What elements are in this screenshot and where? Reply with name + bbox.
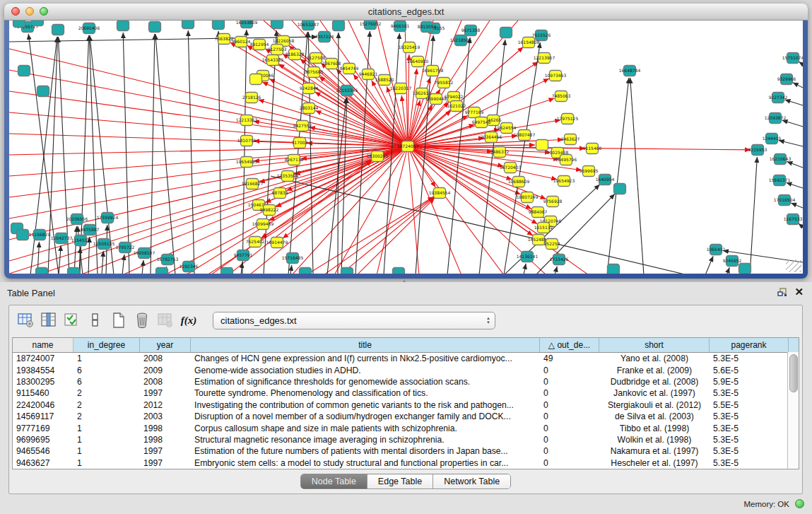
table-row[interactable]: 946362711997Embryonic stem cells: a mode… (13, 457, 799, 469)
float-panel-icon[interactable] (777, 288, 788, 297)
table-row[interactable]: 946554611997Estimation of the future num… (13, 445, 799, 457)
select-visible-columns-icon[interactable] (63, 311, 81, 329)
graph-node[interactable] (333, 21, 345, 31)
graph-node-label: 7485063 (552, 93, 571, 98)
graph-node[interactable] (52, 25, 64, 35)
graph-node-label: 9457791 (234, 252, 253, 257)
graph-node[interactable] (614, 184, 626, 194)
column-header-out_degree[interactable]: △ out_de... (540, 338, 599, 352)
table-selector-value: citations_edges.txt (220, 315, 486, 326)
table-row[interactable]: 1830029562008Estimation of significance … (13, 376, 799, 387)
graph-node[interactable] (221, 268, 233, 274)
table-row[interactable]: 977716911998Corpus callosum shape and si… (13, 422, 799, 433)
graph-node-label: 1065412 (707, 247, 726, 252)
close-panel-icon[interactable]: ✕ (794, 286, 804, 298)
graph-node-label: 8186328 (286, 52, 305, 57)
graph-node[interactable] (213, 21, 225, 30)
graph-node[interactable] (13, 21, 25, 28)
graph-node[interactable] (68, 268, 80, 274)
insert-column-icon[interactable] (40, 311, 58, 329)
table-panel-title: Table Panel (7, 288, 55, 298)
zoom-window-button[interactable] (40, 7, 48, 16)
network-window-titlebar[interactable]: citations_edges.txt (4, 4, 808, 21)
graph-node[interactable] (17, 230, 29, 240)
graph-node-label: 16210643 (770, 156, 792, 161)
graph-node[interactable] (182, 21, 194, 29)
tab-edge-table[interactable]: Edge Table (367, 474, 433, 489)
graph-node-label: 252254 (544, 241, 560, 246)
column-header-name[interactable]: name (13, 338, 73, 352)
table-cell: 0 (540, 435, 599, 445)
table-cell: 5.3E-5 (710, 424, 789, 433)
table-body: 1872400712008Changes of HCN gene express… (13, 353, 799, 469)
table-row[interactable]: 911546021997Tourette syndrome. Phenomeno… (13, 387, 799, 399)
graph-node[interactable] (536, 140, 548, 151)
table-cell: 22420046 (13, 400, 73, 410)
table-cell: Changes of HCN gene expression and I(f) … (191, 354, 540, 363)
status-bar: Memory: OK (0, 495, 812, 514)
graph-node[interactable] (37, 86, 49, 97)
canvas-resize-grip[interactable] (786, 259, 801, 272)
column-header-year[interactable]: year (140, 338, 191, 352)
column-header-title[interactable]: title (191, 338, 540, 352)
graph-node-label: 12213363 (236, 117, 258, 122)
table-cell: 9465546 (13, 446, 73, 456)
new-table-icon[interactable] (110, 311, 128, 329)
graph-node[interactable] (18, 66, 30, 76)
graph-node[interactable] (149, 22, 161, 33)
graph-node-label: 9699695 (579, 168, 599, 173)
tab-network-table[interactable]: Network Table (433, 474, 510, 489)
table-row[interactable]: 1938455462009Genome-wide association stu… (13, 364, 799, 375)
graph-node[interactable] (36, 268, 48, 274)
graph-node-label: 1810755 (237, 138, 257, 143)
graph-node-label: 15692371 (769, 177, 791, 182)
table-settings-icon[interactable] (16, 311, 35, 329)
graph-node[interactable] (271, 21, 283, 29)
graph-node[interactable] (608, 264, 620, 274)
table-cell: Hescheler et al. (1997) (599, 458, 710, 468)
graph-node[interactable] (341, 268, 353, 274)
graph-node-label: 18220317 (390, 86, 412, 90)
graph-node[interactable] (739, 264, 751, 274)
table-cell: 5.3E-5 (710, 411, 789, 421)
network-canvas[interactable]: 1405571720691406160538091065328715276002… (9, 21, 803, 274)
graph-node-label: 19218586 (450, 37, 472, 42)
graph-node[interactable] (500, 28, 512, 38)
table-row[interactable]: 1456911722003Disruption of a novel membe… (13, 411, 799, 422)
scrollbar-thumb[interactable] (789, 354, 798, 392)
table-cell: Disruption of a novel member of a sodium… (191, 411, 540, 421)
table-cell: Yano et al. (2008) (599, 354, 710, 363)
table-header-row: namein_degreeyeartitle△ out_de...shortpa… (13, 338, 799, 353)
table-cell: Tibbo et al. (1998) (599, 424, 710, 433)
column-header-in_degree[interactable]: in_degree (73, 338, 140, 352)
table-row[interactable]: 1872400712008Changes of HCN gene express… (13, 353, 799, 364)
table-vertical-scrollbar[interactable] (787, 352, 799, 469)
graph-node[interactable] (393, 268, 405, 274)
graph-node-label: 10807487 (514, 132, 536, 137)
column-header-short[interactable]: short (599, 338, 710, 352)
function-builder-icon[interactable]: f(x) (180, 311, 198, 329)
graph-node-label: 8813054 (418, 24, 437, 29)
column-header-pagerank[interactable]: pagerank (710, 338, 789, 352)
tab-node-table[interactable]: Node Table (301, 474, 367, 489)
row-options-icon[interactable] (86, 311, 105, 329)
import-table-disabled-icon (156, 311, 175, 329)
graph-node-label: 20364456 (481, 134, 502, 139)
graph-node[interactable] (250, 74, 262, 85)
table-row[interactable]: 2242004622012Investigating the contribut… (13, 399, 799, 411)
table-row[interactable]: 969969511998Structural magnetic resonanc… (13, 434, 799, 445)
graph-node-label: 16154808 (518, 40, 540, 45)
close-window-button[interactable] (11, 7, 20, 16)
graph-node[interactable] (32, 21, 44, 26)
graph-node[interactable] (156, 268, 168, 274)
graph-node-label: 18300295 (367, 153, 389, 158)
delete-table-icon[interactable] (133, 311, 151, 329)
graph-node[interactable] (300, 268, 312, 274)
minimize-window-button[interactable] (25, 7, 34, 16)
graph-node-label: 18724007 (397, 144, 419, 148)
citation-network-graph[interactable]: 1405571720691406160538091065328715276002… (9, 21, 803, 274)
graph-node-label: 2367608 (322, 61, 341, 66)
graph-node[interactable] (117, 21, 129, 31)
table-selector-dropdown[interactable]: citations_edges.txt ▲▼ (213, 312, 495, 329)
graph-node-label: 1733426 (550, 257, 569, 262)
